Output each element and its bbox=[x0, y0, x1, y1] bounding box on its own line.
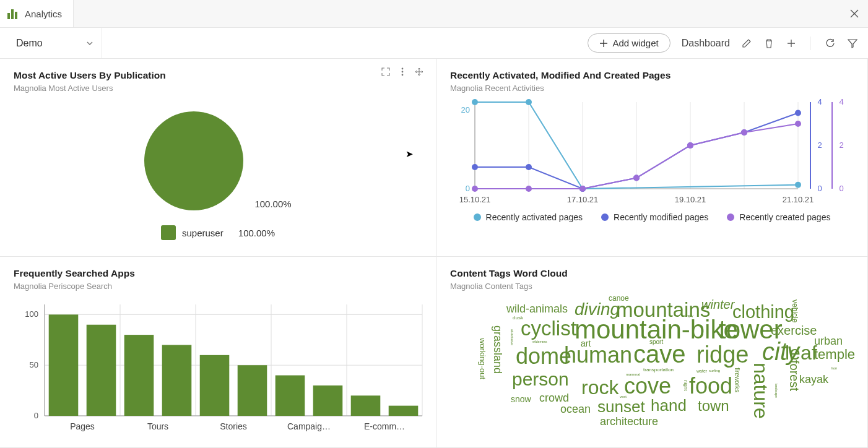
svg-text:Stories: Stories bbox=[220, 421, 247, 431]
svg-rect-63 bbox=[276, 376, 305, 416]
filter-icon[interactable] bbox=[847, 38, 858, 49]
panel-title: Recently Activated, Modified And Created… bbox=[450, 70, 854, 81]
cloud-word[interactable]: hand bbox=[651, 397, 687, 413]
svg-text:15.10.21: 15.10.21 bbox=[459, 195, 491, 204]
panel-title: Most Active Users By Publication bbox=[14, 70, 422, 81]
cloud-word[interactable]: cave bbox=[633, 342, 686, 366]
cloud-word[interactable]: sunset bbox=[597, 398, 645, 415]
panel-subtitle: Magnolia Content Tags bbox=[450, 282, 854, 291]
svg-rect-65 bbox=[351, 395, 381, 416]
add-icon[interactable] bbox=[786, 38, 797, 49]
cloud-word[interactable]: architecture bbox=[600, 416, 658, 427]
svg-text:4: 4 bbox=[839, 99, 843, 106]
svg-point-29 bbox=[472, 164, 478, 170]
cloud-word[interactable]: kayak bbox=[799, 374, 828, 385]
add-widget-button[interactable]: Add widget bbox=[588, 33, 671, 53]
svg-point-35 bbox=[795, 110, 801, 116]
cloud-word[interactable]: ocean bbox=[560, 403, 591, 415]
cloud-word[interactable]: fireworks bbox=[734, 368, 740, 392]
svg-text:17.10.21: 17.10.21 bbox=[567, 195, 599, 204]
dashboard-select[interactable]: Demo bbox=[6, 28, 102, 58]
legend-name: superuser bbox=[182, 228, 224, 238]
cloud-word[interactable]: urban bbox=[814, 335, 843, 347]
refresh-icon[interactable] bbox=[825, 38, 836, 49]
pie-legend: superuser 100.00% bbox=[14, 225, 422, 240]
cloud-word[interactable]: ridge bbox=[697, 343, 749, 366]
svg-rect-58 bbox=[87, 325, 116, 416]
tab-analytics[interactable]: Analytics bbox=[0, 0, 74, 27]
expand-icon[interactable] bbox=[381, 67, 390, 76]
cloud-word[interactable]: food bbox=[689, 375, 732, 397]
cloud-word[interactable]: cyclist bbox=[521, 318, 576, 338]
svg-text:19.10.21: 19.10.21 bbox=[675, 195, 706, 204]
svg-text:2: 2 bbox=[817, 140, 822, 150]
cloud-word[interactable]: person bbox=[512, 370, 569, 389]
legend-item[interactable]: Recently modified pages bbox=[601, 212, 708, 222]
cloud-word[interactable]: town bbox=[698, 398, 729, 413]
svg-rect-64 bbox=[313, 386, 343, 416]
svg-text:0: 0 bbox=[839, 184, 843, 193]
svg-point-38 bbox=[579, 186, 586, 192]
edit-icon[interactable] bbox=[741, 38, 752, 49]
svg-rect-57 bbox=[49, 314, 79, 416]
svg-point-0 bbox=[402, 68, 404, 70]
cloud-word[interactable]: cove bbox=[624, 375, 671, 397]
cloud-word[interactable]: dome bbox=[516, 345, 571, 368]
legend-swatch bbox=[161, 225, 176, 240]
svg-point-28 bbox=[795, 182, 801, 188]
svg-text:Campaig…: Campaig… bbox=[287, 421, 331, 431]
svg-text:0: 0 bbox=[466, 184, 470, 193]
line-legend: Recently activated pages Recently modifi… bbox=[450, 212, 854, 222]
svg-text:2: 2 bbox=[839, 140, 843, 150]
cloud-word[interactable]: grassland bbox=[492, 325, 503, 374]
bar-chart: 050100PagesToursStoriesCampaig…E-comm… bbox=[14, 298, 422, 434]
cloud-word[interactable]: night bbox=[683, 380, 688, 390]
plus-icon bbox=[599, 39, 608, 48]
cloud-word[interactable]: nature bbox=[751, 363, 771, 419]
cloud-word[interactable]: dinghy bbox=[684, 314, 693, 317]
svg-point-41 bbox=[741, 129, 747, 136]
close-icon[interactable] bbox=[840, 0, 868, 27]
cloud-word[interactable]: lion bbox=[831, 366, 837, 370]
cloud-word[interactable]: temple bbox=[814, 348, 855, 361]
kebab-menu-icon[interactable] bbox=[401, 67, 404, 76]
svg-text:E-comm…: E-comm… bbox=[364, 421, 405, 431]
svg-point-40 bbox=[687, 142, 693, 149]
word-cloud: canoewild-animalsdivingmountainswintercl… bbox=[454, 295, 850, 437]
svg-text:Pages: Pages bbox=[70, 421, 95, 431]
svg-rect-66 bbox=[389, 406, 419, 416]
svg-rect-60 bbox=[162, 345, 192, 416]
cloud-word[interactable]: vehicle bbox=[791, 299, 799, 322]
svg-point-26 bbox=[526, 99, 532, 105]
cloud-word[interactable]: human bbox=[564, 344, 632, 366]
panel-word-cloud: Content Tags Word Cloud Magnolia Content… bbox=[436, 257, 868, 448]
panel-most-active-users: Most Active Users By Publication Magnoli… bbox=[0, 59, 436, 257]
analytics-icon bbox=[7, 8, 19, 19]
cloud-word[interactable]: wild-animals bbox=[506, 303, 568, 314]
cloud-word[interactable]: landscape bbox=[775, 384, 778, 398]
svg-point-30 bbox=[526, 164, 532, 170]
cloud-word[interactable]: crowd bbox=[539, 392, 569, 403]
move-icon[interactable] bbox=[415, 67, 423, 76]
dashboard-link[interactable]: Dashboard bbox=[682, 38, 730, 49]
cloud-word[interactable]: exercise bbox=[771, 324, 817, 337]
svg-text:20: 20 bbox=[461, 105, 470, 114]
svg-point-2 bbox=[402, 74, 404, 76]
svg-text:0: 0 bbox=[817, 184, 822, 193]
panel-recent-pages: Recently Activated, Modified And Created… bbox=[436, 59, 868, 257]
svg-point-36 bbox=[472, 186, 478, 192]
svg-text:Tours: Tours bbox=[147, 421, 168, 431]
svg-rect-61 bbox=[200, 355, 230, 416]
cloud-word[interactable]: forest bbox=[788, 360, 801, 391]
cloud-word[interactable]: water bbox=[697, 369, 707, 373]
trash-icon[interactable] bbox=[763, 38, 775, 49]
cloud-word[interactable]: surfing bbox=[709, 369, 720, 373]
cloud-word[interactable]: working-out bbox=[479, 338, 487, 379]
cloud-word[interactable]: rock bbox=[581, 377, 618, 397]
cloud-word[interactable]: snow bbox=[511, 395, 531, 403]
legend-item[interactable]: Recently activated pages bbox=[474, 212, 583, 222]
cloud-word[interactable]: all-inclusive bbox=[510, 329, 513, 345]
legend-item[interactable]: Recently created pages bbox=[727, 212, 830, 222]
cloud-word[interactable]: transportation bbox=[643, 368, 674, 373]
cloud-word[interactable]: winter bbox=[701, 298, 734, 311]
